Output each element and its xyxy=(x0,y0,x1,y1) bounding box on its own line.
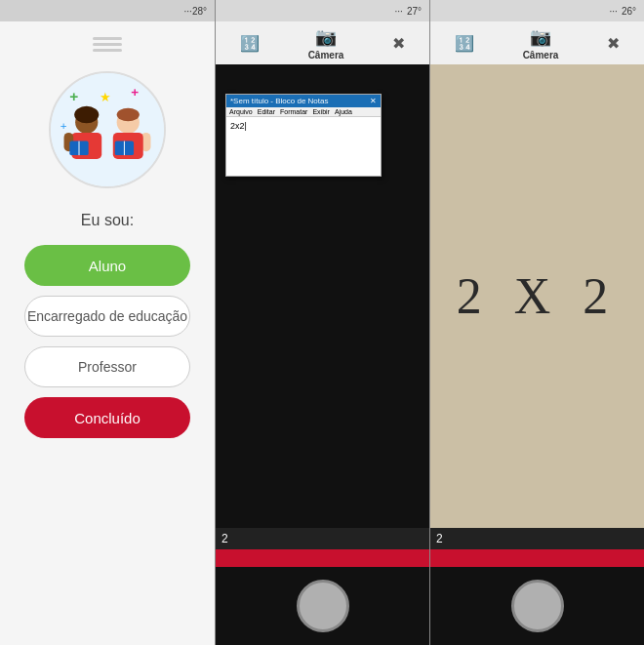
menu-formatar: Formatar xyxy=(280,108,307,115)
shutter-area-2 xyxy=(216,567,429,645)
svg-point-12 xyxy=(117,108,140,122)
notepad-menu: Arquivo Editar Formatar Exibir Ajuda xyxy=(226,107,381,117)
bottom-number-3: 2 xyxy=(430,528,644,549)
calc-tab-2[interactable]: 🔢 xyxy=(240,34,260,53)
hline3 xyxy=(93,49,122,52)
toolbar-3: 🔢 📷 Câmera ✖ xyxy=(430,21,644,64)
camera-panel-1: ··· 27° 🔢 📷 Câmera ✖ *Sem título - Bloco… xyxy=(215,0,429,645)
svg-text:+: + xyxy=(60,119,67,132)
menu-editar: Editar xyxy=(258,108,275,115)
red-bar-2 xyxy=(216,549,429,567)
exchange-icon-2: ✖ xyxy=(392,34,405,53)
aluno-button[interactable]: Aluno xyxy=(24,245,190,286)
camera-viewfinder-2: *Sem título - Bloco de Notas ✕ Arquivo E… xyxy=(216,64,429,528)
svg-text:★: ★ xyxy=(100,91,111,104)
camera-tab-2[interactable]: 📷 Câmera xyxy=(308,26,344,60)
encarregado-button[interactable]: Encarregado de educação xyxy=(24,296,190,337)
status-temp-1: 28° xyxy=(192,6,207,17)
toolbar-2: 🔢 📷 Câmera ✖ xyxy=(216,21,429,64)
eu-sou-label: Eu sou: xyxy=(81,212,134,229)
professor-button[interactable]: Professor xyxy=(24,346,190,387)
status-temp-3: 26° xyxy=(622,6,636,17)
status-temp-2: 27° xyxy=(407,6,422,17)
camera-tab-3[interactable]: 📷 Câmera xyxy=(523,26,559,60)
signal-2: ··· xyxy=(395,6,403,17)
camera-icon-2: 📷 xyxy=(315,26,337,48)
handwritten-math: 2 X 2 xyxy=(457,267,619,325)
exchange-tab-2[interactable]: ✖ xyxy=(392,34,405,53)
shutter-area-3 xyxy=(430,567,644,645)
role-selection-panel: ··· 28° + + + xyxy=(0,0,215,645)
status-bar-2: ··· 27° xyxy=(216,0,429,21)
red-bar-3 xyxy=(430,549,644,567)
bottom-number-2: 2 xyxy=(216,528,429,549)
shutter-button-2[interactable] xyxy=(297,580,349,632)
camera-icon-3: 📷 xyxy=(530,26,551,48)
exchange-icon-3: ✖ xyxy=(607,34,620,53)
signal-dots: ··· xyxy=(184,6,192,17)
menu-ajuda: Ajuda xyxy=(335,108,352,115)
calc-icon-2: 🔢 xyxy=(240,34,260,53)
status-bar-1: ··· 28° xyxy=(0,0,215,21)
notepad-body[interactable]: 2x2| xyxy=(226,117,381,176)
calc-tab-3[interactable]: 🔢 xyxy=(455,34,474,53)
shutter-button-3[interactable] xyxy=(511,580,564,632)
notepad-title: *Sem título - Bloco de Notas xyxy=(230,97,329,105)
notepad-close: ✕ xyxy=(370,97,377,105)
notepad-text: 2x2| xyxy=(230,121,247,131)
camera-label-3: Câmera xyxy=(523,50,559,60)
menu-arquivo: Arquivo xyxy=(229,108,253,115)
hamburger-menu[interactable] xyxy=(93,37,122,52)
hline2 xyxy=(93,43,122,46)
camera-label-2: Câmera xyxy=(308,50,344,60)
concluido-button[interactable]: Concluído xyxy=(24,397,190,438)
avatar-illustration: + + + ★ xyxy=(49,71,166,188)
signal-3: ··· xyxy=(610,6,618,17)
notepad-overlay: *Sem título - Bloco de Notas ✕ Arquivo E… xyxy=(225,94,382,177)
notepad-titlebar: *Sem título - Bloco de Notas ✕ xyxy=(226,95,381,107)
camera-panel-2: ··· 26° 🔢 📷 Câmera ✖ 2 X 2 2 xyxy=(429,0,644,645)
svg-text:+: + xyxy=(131,85,139,100)
menu-exibir: Exibir xyxy=(312,108,330,115)
svg-text:+: + xyxy=(69,88,78,104)
calc-icon-3: 🔢 xyxy=(455,34,474,53)
hline1 xyxy=(93,37,122,40)
camera-viewfinder-3: 2 X 2 xyxy=(430,64,644,528)
svg-point-5 xyxy=(74,106,99,123)
status-bar-3: ··· 26° xyxy=(430,0,644,21)
exchange-tab-3[interactable]: ✖ xyxy=(607,34,620,53)
